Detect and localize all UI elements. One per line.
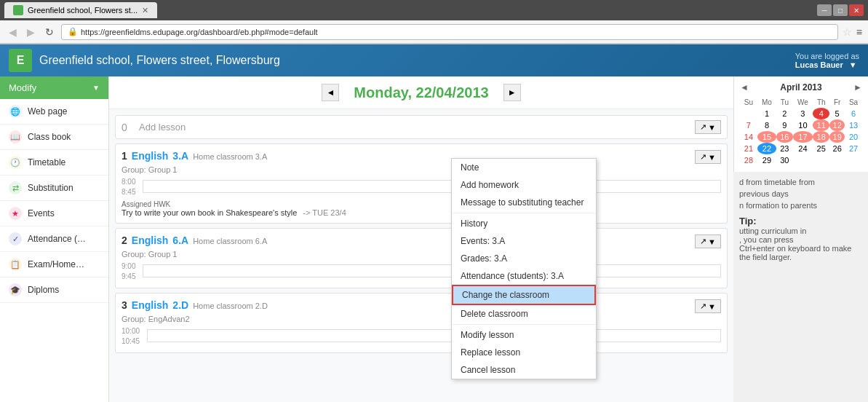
calendar-day: [813, 154, 829, 166]
globe-icon: 🌐: [9, 105, 22, 118]
calendar-day[interactable]: 3: [793, 108, 813, 119]
sidebar-item-events[interactable]: ★ Events: [0, 201, 108, 226]
sidebar-item-timetable[interactable]: 🕐 Timetable: [0, 150, 108, 176]
browser-menu-icon[interactable]: ≡: [856, 26, 862, 38]
calendar-day[interactable]: 8: [757, 119, 776, 131]
calendar-day[interactable]: 5: [829, 108, 845, 119]
lesson-input[interactable]: [143, 264, 721, 277]
dropdown-item-attendance[interactable]: Attendance (students): 3.A: [452, 267, 596, 285]
calendar-day[interactable]: 13: [845, 119, 862, 131]
sidebar-item-label: Web page: [28, 106, 68, 117]
calendar-day[interactable]: 18: [813, 131, 829, 143]
dropdown-item-delete-classroom[interactable]: Delete classroom: [452, 305, 596, 323]
dropdown-item-replace-lesson[interactable]: Replace lesson: [452, 344, 596, 361]
sidebar-item-classbook[interactable]: 📖 Class book: [0, 125, 108, 150]
sidebar-item-label: Events: [28, 208, 55, 218]
forward-button[interactable]: ▶: [24, 25, 38, 39]
lesson-time-start: 8:00: [122, 177, 135, 187]
next-day-button[interactable]: ►: [503, 84, 521, 101]
lesson-action-button-1[interactable]: ↗ ▼: [695, 150, 721, 164]
url-bar[interactable]: 🔒 https://greenfieldms.edupage.org/dashb…: [61, 24, 838, 40]
swap-icon: ⇄: [9, 181, 22, 194]
calendar-day[interactable]: 28: [740, 154, 757, 166]
sidebar-item-label: Substitution: [28, 183, 73, 193]
calendar-day[interactable]: 15: [757, 131, 776, 143]
calendar-day[interactable]: 21: [740, 143, 757, 154]
calendar-day[interactable]: 12: [829, 119, 845, 131]
calendar-day[interactable]: 23: [776, 143, 792, 154]
calendar-day[interactable]: 22: [757, 143, 776, 154]
lesson-num: 1: [122, 150, 127, 162]
lesson-input[interactable]: [147, 329, 721, 342]
dropdown-item-change-classroom[interactable]: Change the classroom: [452, 285, 596, 305]
sidebar-item-exam[interactable]: 📋 Exam/Home…: [0, 252, 108, 277]
calendar-day[interactable]: 26: [829, 143, 845, 154]
lesson-input[interactable]: [143, 180, 721, 193]
sidebar-item-substitution[interactable]: ⇄ Substitution: [0, 176, 108, 201]
user-dropdown-icon[interactable]: ▼: [849, 60, 857, 69]
modify-button[interactable]: Modify ▼: [0, 76, 108, 99]
dropdown-item-modify-lesson[interactable]: Modify lesson: [452, 326, 596, 344]
prev-day-button[interactable]: ◄: [322, 84, 339, 101]
lesson-classroom: Home classroom 2.D: [193, 302, 268, 310]
back-button[interactable]: ◀: [6, 25, 20, 39]
calendar-day[interactable]: 24: [793, 143, 813, 154]
calendar-next-button[interactable]: ►: [853, 82, 862, 92]
calendar-day[interactable]: 20: [845, 131, 862, 143]
lesson-subject: English: [132, 150, 169, 162]
app-header: E Greenfield school, Flowers street, Flo…: [0, 44, 868, 76]
bookmark-star-icon[interactable]: ☆: [843, 26, 852, 38]
dropdown-item-history[interactable]: History: [452, 215, 596, 232]
browser-tab[interactable]: Greenfield school, Flowers st... ✕: [4, 2, 157, 18]
lesson-subject: English: [132, 234, 169, 246]
add-lesson-button[interactable]: ↗ ▼: [695, 120, 721, 134]
dropdown-item-note[interactable]: Note: [452, 159, 596, 176]
user-info[interactable]: You are logged as Lucas Bauer ▼: [795, 52, 859, 69]
calendar-day[interactable]: 29: [757, 154, 776, 166]
dropdown-item-message-substitute[interactable]: Message to substituting teacher: [452, 194, 596, 211]
browser-chrome: Greenfield school, Flowers st... ✕ ─ □ ✕…: [0, 0, 868, 44]
sidebar-item-webpage[interactable]: 🌐 Web page: [0, 99, 108, 125]
hwk-due: -> TUE 23/4: [303, 208, 346, 217]
calendar-day[interactable]: 25: [813, 143, 829, 154]
calendar-day[interactable]: 14: [740, 131, 757, 143]
sidebar-item-diploms[interactable]: 🎓 Diploms: [0, 277, 108, 303]
tab-close-icon[interactable]: ✕: [142, 6, 148, 15]
calendar-day[interactable]: 2: [776, 108, 792, 119]
calendar-day[interactable]: 27: [845, 143, 862, 154]
dropdown-arrow-icon: ▼: [708, 153, 716, 162]
calendar-title: April 2013: [749, 82, 853, 92]
lesson-header: 2 English 6.A Home classroom 6.A ↗ ▼: [122, 234, 721, 248]
calendar-prev-button[interactable]: ◄: [740, 82, 749, 92]
close-button[interactable]: ✕: [849, 4, 864, 16]
calendar-day[interactable]: 9: [776, 119, 792, 131]
calendar-day[interactable]: 6: [845, 108, 862, 119]
lesson-action-button-2[interactable]: ↗ ▼: [695, 234, 721, 248]
dropdown-item-cancel-lesson[interactable]: Cancel lesson: [452, 361, 596, 379]
calendar-day[interactable]: 10: [793, 119, 813, 131]
external-link-icon: ↗: [700, 122, 706, 132]
hwk-label: Assigned HWK: [122, 200, 721, 208]
dropdown-item-events[interactable]: Events: 3.A: [452, 232, 596, 250]
dropdown-separator-2: [452, 324, 596, 325]
maximize-button[interactable]: □: [833, 4, 848, 16]
dropdown-item-grades[interactable]: Grades: 3.A: [452, 250, 596, 267]
calendar-day[interactable]: 1: [757, 108, 776, 119]
calendar-day[interactable]: 11: [813, 119, 829, 131]
calendar-day[interactable]: 7: [740, 119, 757, 131]
user-name: Lucas Bauer: [795, 60, 843, 69]
dropdown-item-add-homework[interactable]: Add homework: [452, 176, 596, 194]
calendar-header: ◄ April 2013 ►: [740, 82, 862, 92]
refresh-button[interactable]: ↻: [42, 25, 57, 39]
sidebar-item-label: Exam/Home…: [28, 259, 84, 269]
calendar-day[interactable]: 30: [776, 154, 792, 166]
sidebar-item-attendance[interactable]: ✓ Attendance (…: [0, 226, 108, 252]
calendar-day[interactable]: 4: [813, 108, 829, 119]
lesson-action-button-3[interactable]: ↗ ▼: [695, 299, 721, 313]
tab-favicon: [13, 5, 23, 15]
attendance-icon: ✓: [9, 232, 22, 245]
calendar-day[interactable]: 19: [829, 131, 845, 143]
calendar-day[interactable]: 16: [776, 131, 792, 143]
calendar-day[interactable]: 17: [793, 131, 813, 143]
minimize-button[interactable]: ─: [817, 4, 832, 16]
